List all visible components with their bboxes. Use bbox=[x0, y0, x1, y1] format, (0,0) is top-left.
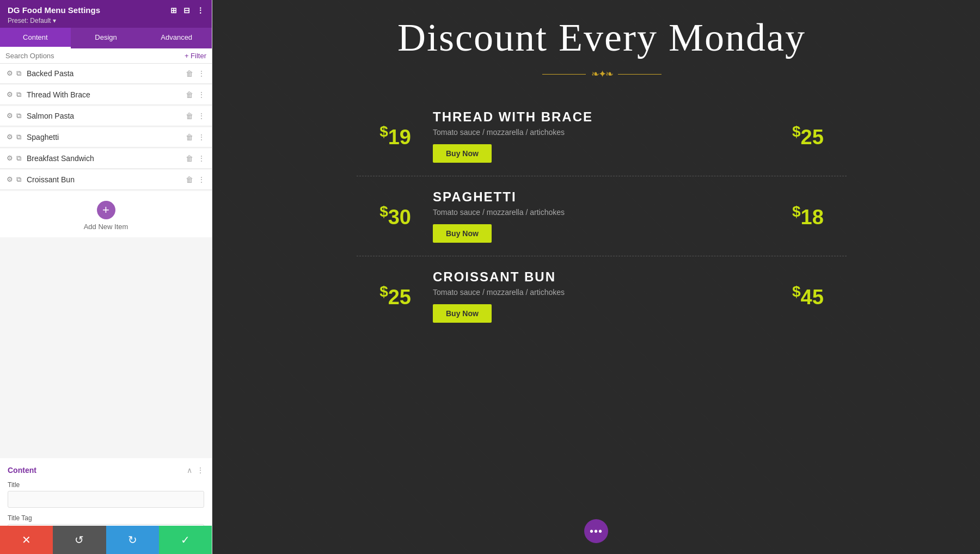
float-dots-button[interactable]: ••• bbox=[584, 519, 608, 543]
tab-bar: Content Design Advanced bbox=[0, 28, 212, 48]
panel-icon-table[interactable]: ⊟ bbox=[183, 6, 190, 15]
undo-button[interactable]: ↺ bbox=[53, 526, 106, 554]
more-icon[interactable]: ⋮ bbox=[198, 133, 205, 141]
add-new-label: Add New Item bbox=[84, 223, 128, 231]
delete-icon[interactable]: 🗑 bbox=[186, 154, 193, 163]
delete-icon[interactable]: 🗑 bbox=[186, 69, 193, 78]
gear-icon[interactable]: ⚙ bbox=[7, 154, 13, 163]
add-new-button[interactable]: + bbox=[97, 201, 115, 219]
more-icon[interactable]: ⋮ bbox=[198, 112, 205, 120]
copy-icon[interactable]: ⧉ bbox=[16, 175, 21, 184]
delete-icon[interactable]: 🗑 bbox=[186, 112, 193, 120]
more-icon[interactable]: ⋮ bbox=[198, 175, 205, 184]
save-button[interactable]: ✓ bbox=[159, 526, 212, 554]
list-item-icons: ⚙ ⧉ bbox=[7, 69, 21, 78]
copy-icon[interactable]: ⧉ bbox=[16, 154, 21, 163]
panel-icon-more[interactable]: ⋮ bbox=[197, 6, 204, 15]
tab-design[interactable]: Design bbox=[71, 28, 142, 48]
panel-title: DG Food Menu Settings bbox=[8, 5, 100, 15]
panel-header-icons: ⊞ ⊟ ⋮ bbox=[170, 6, 204, 15]
divider-hr-left bbox=[542, 74, 586, 75]
delete-icon[interactable]: 🗑 bbox=[186, 175, 193, 184]
list-item[interactable]: ⚙ ⧉ Breakfast Sandwich 🗑 ⋮ bbox=[0, 149, 212, 169]
copy-icon[interactable]: ⧉ bbox=[16, 112, 21, 120]
panel-header: DG Food Menu Settings ⊞ ⊟ ⋮ Preset: Defa… bbox=[0, 0, 212, 28]
menu-items-container: $19 THREAD WITH BRACE Tomato sauce / moz… bbox=[357, 96, 847, 336]
buy-now-button-3[interactable]: Buy Now bbox=[433, 304, 492, 323]
list-item[interactable]: ⚙ ⧉ Croissant Bun 🗑 ⋮ bbox=[0, 170, 212, 190]
panel-icon-grid[interactable]: ⊞ bbox=[170, 6, 177, 15]
copy-icon[interactable]: ⧉ bbox=[16, 133, 21, 141]
copy-icon[interactable]: ⧉ bbox=[16, 69, 21, 78]
buy-now-button-2[interactable]: Buy Now bbox=[433, 224, 492, 243]
gear-icon[interactable]: ⚙ bbox=[7, 133, 13, 141]
filter-button[interactable]: + Filter bbox=[185, 52, 206, 60]
items-list: ⚙ ⧉ Backed Pasta 🗑 ⋮ ⚙ ⧉ Thread With Bra… bbox=[0, 64, 212, 456]
list-item[interactable]: ⚙ ⧉ Backed Pasta 🗑 ⋮ bbox=[0, 64, 212, 84]
right-content: Discount Every Monday ❧✦❧ $19 THREAD WIT… bbox=[212, 0, 980, 554]
list-item[interactable]: ⚙ ⧉ Thread With Brace 🗑 ⋮ bbox=[0, 85, 212, 105]
copy-icon[interactable]: ⧉ bbox=[16, 90, 21, 99]
content-section-title: Content bbox=[8, 466, 36, 475]
list-item-label: Breakfast Sandwich bbox=[27, 154, 186, 163]
section-more-icon[interactable]: ⋮ bbox=[197, 466, 204, 475]
collapse-icon[interactable]: ∧ bbox=[187, 466, 192, 475]
item-details-3: CROISSANT BUN Tomato sauce / mozzarella … bbox=[427, 269, 776, 323]
gear-icon[interactable]: ⚙ bbox=[7, 175, 13, 184]
price-left-2: $30 bbox=[362, 203, 427, 229]
price-left-3: $25 bbox=[362, 283, 427, 309]
title-input[interactable] bbox=[8, 491, 204, 508]
list-item-label: Spaghetti bbox=[27, 133, 186, 141]
item-desc-3: Tomato sauce / mozzarella / artichokes bbox=[433, 288, 776, 297]
title-label: Title bbox=[8, 481, 204, 489]
divider-line: ❧✦❧ bbox=[542, 68, 661, 80]
add-new-section: + Add New Item bbox=[0, 191, 212, 237]
gear-icon[interactable]: ⚙ bbox=[7, 69, 13, 78]
left-panel: DG Food Menu Settings ⊞ ⊟ ⋮ Preset: Defa… bbox=[0, 0, 212, 554]
discount-heading: Discount Every Monday bbox=[397, 16, 806, 59]
title-tag-label: Title Tag bbox=[8, 514, 204, 522]
panel-preset[interactable]: Preset: Default ▾ bbox=[8, 17, 204, 24]
item-name-3: CROISSANT BUN bbox=[433, 269, 776, 285]
list-item-label: Thread With Brace bbox=[27, 90, 186, 99]
title-field-group: Title bbox=[8, 481, 204, 508]
content-section-header: Content ∧ ⋮ bbox=[8, 466, 204, 475]
redo-button[interactable]: ↻ bbox=[106, 526, 159, 554]
float-btn: ••• bbox=[584, 519, 608, 543]
content-section-controls: ∧ ⋮ bbox=[187, 466, 204, 475]
list-item-icons: ⚙ ⧉ bbox=[7, 175, 21, 184]
list-item-icons: ⚙ ⧉ bbox=[7, 90, 21, 99]
list-item-actions: 🗑 ⋮ bbox=[186, 175, 205, 184]
delete-icon[interactable]: 🗑 bbox=[186, 133, 193, 141]
item-desc-2: Tomato sauce / mozzarella / artichokes bbox=[433, 208, 776, 217]
more-icon[interactable]: ⋮ bbox=[198, 69, 205, 78]
item-details-2: SPAGHETTI Tomato sauce / mozzarella / ar… bbox=[427, 189, 776, 243]
search-input[interactable] bbox=[5, 52, 181, 60]
item-details-1: THREAD WITH BRACE Tomato sauce / mozzare… bbox=[427, 109, 776, 163]
search-bar: + Filter bbox=[0, 48, 212, 64]
buy-now-button-1[interactable]: Buy Now bbox=[433, 144, 492, 163]
gear-icon[interactable]: ⚙ bbox=[7, 90, 13, 99]
tab-content[interactable]: Content bbox=[0, 28, 71, 48]
more-icon[interactable]: ⋮ bbox=[198, 90, 205, 99]
list-item-icons: ⚙ ⧉ bbox=[7, 133, 21, 141]
divider-ornament: ❧✦❧ bbox=[591, 68, 612, 80]
price-right-1: $25 bbox=[776, 123, 841, 149]
list-item-label: Salmon Pasta bbox=[27, 112, 186, 120]
gear-icon[interactable]: ⚙ bbox=[7, 112, 13, 120]
list-item[interactable]: ⚙ ⧉ Spaghetti 🗑 ⋮ bbox=[0, 127, 212, 147]
more-icon[interactable]: ⋮ bbox=[198, 154, 205, 163]
menu-item-row: $25 CROISSANT BUN Tomato sauce / mozzare… bbox=[357, 256, 847, 336]
delete-icon[interactable]: 🗑 bbox=[186, 90, 193, 99]
tab-advanced[interactable]: Advanced bbox=[141, 28, 212, 48]
item-desc-1: Tomato sauce / mozzarella / artichokes bbox=[433, 128, 776, 137]
panel-header-title-row: DG Food Menu Settings ⊞ ⊟ ⋮ bbox=[8, 5, 204, 15]
list-item[interactable]: ⚙ ⧉ Salmon Pasta 🗑 ⋮ bbox=[0, 106, 212, 126]
list-item-label: Backed Pasta bbox=[27, 69, 186, 78]
content-inner: Discount Every Monday ❧✦❧ $19 THREAD WIT… bbox=[212, 0, 980, 554]
price-right-2: $18 bbox=[776, 203, 841, 229]
list-item-icons: ⚙ ⧉ bbox=[7, 154, 21, 163]
divider-hr-right bbox=[618, 74, 661, 75]
cancel-button[interactable]: ✕ bbox=[0, 526, 53, 554]
list-item-icons: ⚙ ⧉ bbox=[7, 112, 21, 120]
